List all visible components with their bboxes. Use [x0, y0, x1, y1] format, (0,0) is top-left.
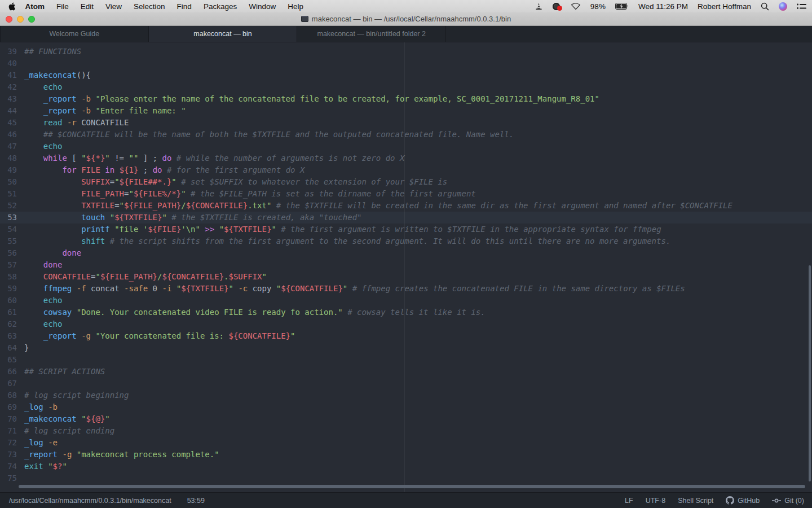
code-line[interactable]: ## $CONCATFILE will be the name of both …	[24, 129, 812, 141]
line-number[interactable]: 64	[0, 342, 24, 354]
line-number[interactable]: 60	[0, 295, 24, 306]
code-area[interactable]: ## FUNCTIONS_makeconcat(){ echo _report …	[24, 42, 812, 492]
recording-icon[interactable]	[553, 3, 561, 10]
tab-welcome-guide[interactable]: Welcome Guide	[0, 26, 149, 42]
line-number[interactable]: 50	[0, 176, 24, 188]
line-number[interactable]: 71	[0, 425, 24, 437]
line-number[interactable]: 69	[0, 401, 24, 413]
code-line[interactable]: TXTFILE="${FILE_PATH}/${CONCATFILE}.txt"…	[24, 200, 812, 212]
line-number[interactable]: 46	[0, 129, 24, 141]
code-line[interactable]: cowsay "Done. Your concatenated video FI…	[24, 306, 812, 318]
wifi-icon[interactable]	[571, 2, 581, 10]
code-line[interactable]: echo	[24, 81, 812, 93]
menu-item-help[interactable]: Help	[282, 2, 310, 11]
code-line[interactable]: done	[24, 259, 812, 271]
line-number[interactable]: 73	[0, 449, 24, 461]
line-number[interactable]: 65	[0, 354, 24, 366]
code-line[interactable]: _makeconcat(){	[24, 69, 812, 81]
code-line[interactable]: read -r CONCATFILE	[24, 117, 812, 129]
titlebar[interactable]: makeconcat — bin — /usr/local/Cellar/nma…	[0, 12, 812, 26]
code-line[interactable]: ffmpeg -f concat -safe 0 -i "${TXTFILE}"…	[24, 283, 812, 295]
zoom-button[interactable]	[28, 16, 35, 23]
siri-icon[interactable]	[779, 2, 787, 11]
notification-center-icon[interactable]	[797, 3, 806, 10]
line-number[interactable]: 74	[0, 461, 24, 472]
line-number[interactable]: 55	[0, 235, 24, 247]
vertical-scrollbar[interactable]	[809, 265, 811, 481]
code-line[interactable]: _makeconcat "${@}"	[24, 413, 812, 425]
status-encoding[interactable]: UTF-8	[646, 497, 665, 505]
line-number[interactable]: 67	[0, 378, 24, 389]
git-panel-toggle[interactable]: Git (0)	[772, 497, 804, 505]
code-line[interactable]: _report -b "Please enter the name of the…	[24, 93, 812, 105]
status-cursor-position[interactable]: 53:59	[187, 497, 205, 505]
code-line[interactable]	[24, 354, 812, 366]
code-line[interactable]: shift # the script shifts from the first…	[24, 235, 812, 247]
line-number[interactable]: 51	[0, 188, 24, 200]
code-line[interactable]: _log -e	[24, 437, 812, 449]
code-line[interactable]: ## FUNCTIONS	[24, 46, 812, 58]
code-line[interactable]: _log -b	[24, 401, 812, 413]
spotlight-search-icon[interactable]	[761, 2, 769, 11]
line-number[interactable]: 72	[0, 437, 24, 449]
menu-item-file[interactable]: File	[51, 2, 75, 11]
apple-menu-icon[interactable]	[8, 2, 16, 11]
code-line[interactable]	[24, 58, 812, 69]
code-line[interactable]: printf "file '${FILE}'\n" >> "${TXTFILE}…	[24, 224, 812, 235]
line-number[interactable]: 54	[0, 224, 24, 235]
line-number[interactable]: 39	[0, 46, 24, 58]
menubar-user[interactable]: Robert Hoffman	[698, 2, 751, 11]
line-number[interactable]: 58	[0, 271, 24, 283]
line-number[interactable]: 57	[0, 259, 24, 271]
github-panel-toggle[interactable]: GitHub	[726, 496, 760, 505]
line-number[interactable]: 47	[0, 141, 24, 152]
tab-makeconcat-bin[interactable]: makeconcat — bin	[149, 26, 298, 42]
line-number[interactable]: 52	[0, 200, 24, 212]
tab-makeconcat-bin-untitled-folder-2[interactable]: makeconcat — bin/untitled folder 2	[297, 26, 446, 42]
line-number[interactable]: 43	[0, 93, 24, 105]
minimize-button[interactable]	[17, 16, 24, 23]
line-number[interactable]: 62	[0, 318, 24, 330]
menu-item-edit[interactable]: Edit	[74, 2, 99, 11]
battery-percent[interactable]: 98%	[590, 2, 606, 11]
line-number[interactable]: 40	[0, 58, 24, 69]
line-number[interactable]: 53	[0, 212, 24, 224]
code-line[interactable]: # log script ending	[24, 425, 812, 437]
line-number[interactable]: 44	[0, 105, 24, 117]
code-line[interactable]: echo	[24, 295, 812, 306]
code-line[interactable]: _report -b "Enter file name: "	[24, 105, 812, 117]
menu-item-packages[interactable]: Packages	[197, 2, 242, 11]
code-line[interactable]	[24, 472, 812, 484]
menu-item-selection[interactable]: Selection	[128, 2, 171, 11]
menu-item-window[interactable]: Window	[243, 2, 282, 11]
vlc-cone-icon[interactable]	[535, 2, 543, 11]
menu-item-atom[interactable]: Atom	[19, 2, 51, 11]
line-number[interactable]: 45	[0, 117, 24, 129]
code-line[interactable]: # log script beginning	[24, 389, 812, 401]
editor-pane[interactable]: 3940414243444546474849505152535455565758…	[0, 42, 812, 492]
menubar-clock[interactable]: Wed 11:26 PM	[638, 2, 688, 11]
code-line[interactable]: _report -g "makeconcat process complete.…	[24, 449, 812, 461]
line-number[interactable]: 59	[0, 283, 24, 295]
code-line[interactable]: _report -g "Your concatenated file is: $…	[24, 330, 812, 342]
code-line[interactable]	[24, 378, 812, 389]
line-number[interactable]: 42	[0, 81, 24, 93]
line-number[interactable]: 75	[0, 472, 24, 484]
status-grammar[interactable]: Shell Script	[678, 497, 713, 505]
line-number[interactable]: 56	[0, 247, 24, 259]
status-line-ending[interactable]: LF	[625, 497, 633, 505]
code-line[interactable]: CONCATFILE="${FILE_PATH}/${CONCATFILE}.$…	[24, 271, 812, 283]
code-line[interactable]: touch "${TXTFILE}" # the $TXTFILE is cre…	[24, 212, 812, 224]
menu-item-find[interactable]: Find	[171, 2, 197, 11]
code-line[interactable]: SUFFIX="${FILE##*.}" # set $SUFFIX to wh…	[24, 176, 812, 188]
code-line[interactable]: ## SCRIPT ACTIONS	[24, 366, 812, 378]
code-line[interactable]: echo	[24, 318, 812, 330]
close-button[interactable]	[6, 16, 12, 23]
code-line[interactable]: echo	[24, 141, 812, 152]
code-line[interactable]: exit "$?"	[24, 461, 812, 472]
code-line[interactable]: }	[24, 342, 812, 354]
line-number[interactable]: 49	[0, 164, 24, 176]
menu-item-view[interactable]: View	[100, 2, 128, 11]
line-number[interactable]: 70	[0, 413, 24, 425]
code-line[interactable]: while [ "${*}" != "" ] ; do # while the …	[24, 152, 812, 164]
